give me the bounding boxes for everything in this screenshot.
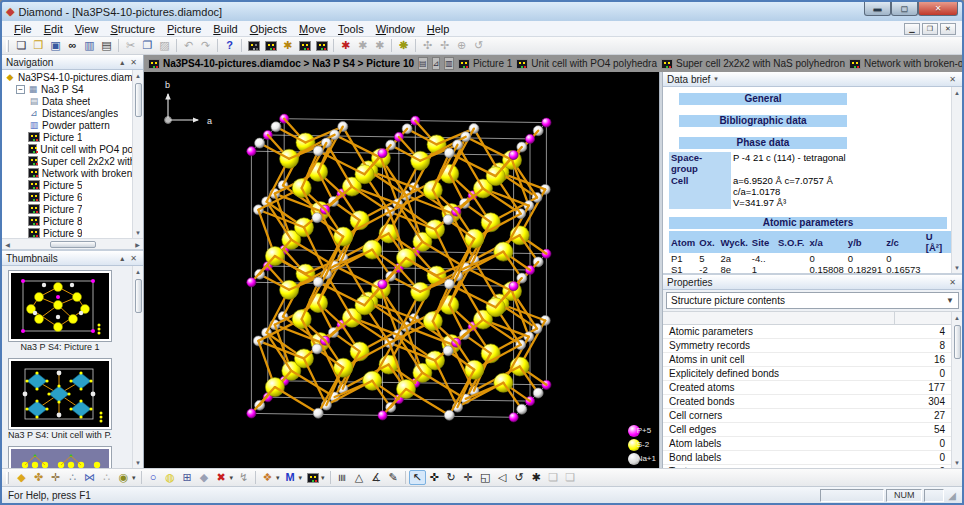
track-vertical-icon[interactable]: ❏ — [545, 470, 562, 485]
measure-torsion-icon[interactable]: ∡ — [368, 470, 385, 485]
cut-icon[interactable]: ✂ — [122, 38, 139, 53]
spin-tool-icon[interactable]: ✱ — [528, 470, 545, 485]
tree-item-unit-cell-with-po4-polyhedra[interactable]: Unit cell with PO4 polyhedra — [4, 143, 132, 155]
data-brief-dropdown-icon[interactable]: ▾ — [714, 75, 718, 83]
create-molecules-icon[interactable]: ✱ — [337, 38, 354, 53]
tree-item-picture-9[interactable]: Picture 9 — [4, 227, 132, 238]
ring-search-icon[interactable]: ○ — [145, 470, 162, 485]
navigation-pin-icon[interactable]: ▴ — [118, 58, 126, 67]
mdi-restore-button[interactable]: ❐ — [922, 23, 938, 35]
properties-vscrollbar[interactable]: ▲▼ — [951, 312, 962, 468]
molecules-pause-icon[interactable]: ✱ — [354, 38, 371, 53]
rotate-z-tool-icon[interactable]: ↺ — [511, 470, 528, 485]
menu-edit[interactable]: Edit — [38, 22, 69, 36]
menu-move[interactable]: Move — [293, 22, 332, 36]
thumbnails-vscrollbar[interactable]: ▲▼ — [132, 266, 143, 468]
picture-mode-dropdown-icon[interactable]: ▾ — [321, 474, 325, 482]
find-icon[interactable]: ∞ — [64, 38, 81, 53]
menu-window[interactable]: Window — [370, 22, 421, 36]
tab-picture-2[interactable]: Unit cell with PO4 polyhedra — [516, 58, 657, 69]
pan-tool-icon[interactable]: ✜ — [426, 470, 443, 485]
picture-mode-icon[interactable] — [304, 470, 321, 485]
measure-distance-icon[interactable]: ≣ — [334, 470, 351, 485]
menu-file[interactable]: File — [8, 22, 38, 36]
minimize-button[interactable]: ▬ — [864, 2, 891, 16]
structure-wizard-icon[interactable]: ✱ — [279, 38, 296, 53]
molecules-stop-icon[interactable]: ✱ — [371, 38, 388, 53]
resize-grip[interactable]: ◢ — [948, 490, 956, 501]
navigation-vscrollbar[interactable]: ▲▼ — [132, 70, 143, 238]
tree-item-network-with-broken-off[interactable]: Network with broken-off — [4, 167, 132, 179]
tab-powder-pattern[interactable]: ▥ — [444, 57, 454, 70]
properties-selector[interactable]: Structure picture contents ▼ — [666, 292, 959, 309]
data-brief-vscrollbar[interactable]: ▲▼ — [951, 87, 962, 273]
tree-item-powder-pattern[interactable]: ▥Powder pattern — [4, 119, 132, 131]
grow-down-icon[interactable]: ✢ — [436, 38, 453, 53]
menu-help[interactable]: Help — [421, 22, 456, 36]
tab-picture-3[interactable]: Super cell 2x2x2 with NaS polyhedron — [661, 58, 845, 69]
grow-up-icon[interactable]: ✣ — [419, 38, 436, 53]
thumbnail-item-1[interactable]: Na3 P S4: Picture 1 — [8, 270, 132, 354]
navigation-close-icon[interactable]: ✕ — [128, 58, 139, 67]
copy-icon[interactable]: ❐ — [139, 38, 156, 53]
fragment-icon[interactable]: ∴ — [98, 470, 115, 485]
thumbnails-close-icon[interactable]: ✕ — [128, 254, 139, 263]
tree-item-picture-6[interactable]: Picture 6 — [4, 191, 132, 203]
add-atom-plus-icon[interactable]: ✛ — [47, 470, 64, 485]
tree-item-na3-p-s4[interactable]: −▦Na3 P S4 — [4, 83, 132, 95]
pointer-tool-icon[interactable]: ↖ — [409, 470, 426, 485]
menu-objects[interactable]: Objects — [244, 22, 293, 36]
translate-tool-icon[interactable]: ✛ — [460, 470, 477, 485]
video-mode-icon[interactable] — [245, 38, 262, 53]
rotate-tool-icon[interactable]: ↻ — [443, 470, 460, 485]
tab-distances-angles[interactable]: ⊿ — [432, 57, 441, 70]
menu-structure[interactable]: Structure — [104, 22, 161, 36]
properties-header-row[interactable] — [663, 312, 951, 325]
thumbnail-item-3[interactable] — [8, 446, 132, 468]
pack-range-icon[interactable]: ⋈ — [81, 470, 98, 485]
grow-left-icon[interactable]: ⊕ — [453, 38, 470, 53]
connect-atoms-icon[interactable]: ∴ — [64, 470, 81, 485]
molecule-m-icon[interactable]: M — [282, 470, 299, 485]
ring-filled-icon[interactable]: ◍ — [162, 470, 179, 485]
tree-item-picture-8[interactable]: Picture 8 — [4, 215, 132, 227]
menu-build[interactable]: Build — [207, 22, 243, 36]
context-help-icon[interactable]: ? — [221, 38, 238, 53]
tab-picture-1[interactable]: Picture 1 — [458, 58, 512, 69]
delete-bonds-dropdown-icon[interactable]: ▾ — [230, 474, 234, 482]
save-icon[interactable]: ▣ — [47, 38, 64, 53]
measure-angle-icon[interactable]: △ — [351, 470, 368, 485]
tree-item-picture-1[interactable]: Picture 1 — [4, 131, 132, 143]
redo-icon[interactable]: ↷ — [197, 38, 214, 53]
tab-picture-4[interactable]: Network with broken-off ... — [849, 58, 962, 69]
thumbnail-item-2[interactable]: Na3 P S4: Unit cell with P... — [8, 358, 132, 442]
tab-data-sheet[interactable]: ▤ — [418, 57, 428, 70]
gallery-icon[interactable] — [313, 38, 330, 53]
data-brief-close-icon[interactable]: ✕ — [947, 75, 958, 84]
open-document-icon[interactable]: ❒ — [30, 38, 47, 53]
print-icon[interactable]: ▤ — [98, 38, 115, 53]
tree-item-distances-angles[interactable]: ⊿Distances/angles — [4, 107, 132, 119]
grow-right-icon[interactable]: ↺ — [470, 38, 487, 53]
coordination-sphere-icon[interactable]: ◉ — [115, 470, 132, 485]
measure-edit-icon[interactable]: ✎ — [385, 470, 402, 485]
menu-tools[interactable]: Tools — [332, 22, 370, 36]
fill-cell-icon[interactable]: ❖ — [259, 470, 276, 485]
mdi-minimize-button[interactable]: ▁ — [904, 23, 920, 35]
cell-box-icon[interactable]: ⊞ — [179, 470, 196, 485]
print-preview-icon[interactable]: ▥ — [81, 38, 98, 53]
structure-viewport[interactable]: b a P+5S-2Na+1 — [144, 72, 659, 468]
new-document-icon[interactable]: ❏ — [13, 38, 30, 53]
add-atoms-icon[interactable]: ✤ — [30, 470, 47, 485]
tree-item-super-cell-2x2x2-with-nas[interactable]: Super cell 2x2x2 with NaS — [4, 155, 132, 167]
new-picture-icon[interactable] — [262, 38, 279, 53]
tree-item-picture-7[interactable]: Picture 7 — [4, 203, 132, 215]
undo-icon[interactable]: ↶ — [180, 38, 197, 53]
build-molecule-icon[interactable]: ◆ — [13, 470, 30, 485]
track-horizontal-icon[interactable]: ❏ — [562, 470, 579, 485]
paste-icon[interactable]: ▨ — [156, 38, 173, 53]
rebuild-icon[interactable]: ❋ — [395, 38, 412, 53]
menu-view[interactable]: View — [69, 22, 105, 36]
menu-picture[interactable]: Picture — [161, 22, 207, 36]
maximize-button[interactable]: ▢ — [891, 2, 918, 16]
